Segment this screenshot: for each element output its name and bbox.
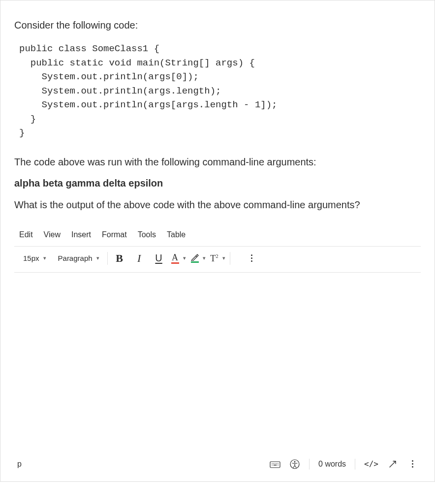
font-size-selector[interactable]: 15px ▾	[19, 253, 50, 263]
editor-content-area[interactable]	[14, 275, 421, 452]
menu-edit[interactable]: Edit	[19, 230, 33, 239]
toolbar-separator	[230, 252, 230, 265]
word-count[interactable]: 0 words	[318, 460, 346, 469]
italic-button[interactable]: I	[131, 251, 147, 266]
code-block: public class SomeClass1 { public static …	[14, 42, 421, 140]
bold-button[interactable]: B	[112, 251, 127, 266]
more-options-button[interactable]	[244, 251, 260, 266]
fullscreen-button[interactable]	[387, 459, 398, 470]
superscript-button[interactable]: T2 ▾	[210, 251, 226, 266]
superscript-exp: 2	[216, 253, 218, 259]
toolbar-separator	[107, 252, 108, 265]
highlight-color-swatch	[191, 261, 199, 263]
statusbar-separator	[355, 459, 355, 470]
chevron-down-icon: ▾	[183, 255, 186, 261]
text-color-letter: A	[172, 253, 178, 262]
element-path[interactable]: p	[17, 460, 22, 469]
accessibility-icon	[290, 459, 300, 469]
run-prefix: The code above was run with the followin…	[14, 155, 421, 169]
menu-format[interactable]: Format	[102, 230, 127, 239]
paragraph-label: Paragraph	[58, 254, 93, 262]
accessibility-button[interactable]	[289, 459, 300, 470]
menu-table[interactable]: Table	[167, 230, 186, 239]
paragraph-selector[interactable]: Paragraph ▾	[54, 253, 103, 263]
question-page: Consider the following code: public clas…	[0, 0, 435, 482]
editor-statusbar: p	[14, 452, 421, 472]
svg-point-10	[294, 461, 296, 463]
rich-text-editor: Edit View Insert Format Tools Table 15px…	[14, 226, 421, 472]
svg-point-7	[278, 465, 279, 466]
svg-point-4	[276, 463, 277, 464]
menu-view[interactable]: View	[44, 230, 61, 239]
more-vertical-icon	[410, 458, 415, 470]
keyboard-icon	[270, 460, 280, 468]
svg-point-2	[273, 463, 274, 464]
question-prompt: What is the output of the above code wit…	[14, 198, 421, 212]
svg-point-6	[272, 465, 273, 466]
svg-rect-0	[270, 462, 280, 468]
more-statusbar-button[interactable]	[407, 459, 418, 470]
html-view-button[interactable]: </>	[364, 459, 378, 469]
svg-point-3	[275, 463, 276, 464]
chevron-down-icon: ▾	[96, 255, 99, 261]
question-intro: Consider the following code:	[14, 18, 421, 32]
chevron-down-icon: ▾	[222, 255, 225, 261]
superscript-base: T	[210, 253, 216, 263]
highlight-color-button[interactable]: ▾	[190, 251, 206, 266]
editor-menubar: Edit View Insert Format Tools Table	[14, 226, 421, 247]
statusbar-separator	[309, 459, 310, 470]
menu-insert[interactable]: Insert	[71, 230, 91, 239]
more-vertical-icon	[249, 252, 254, 264]
text-color-swatch	[171, 262, 179, 264]
menu-tools[interactable]: Tools	[138, 230, 156, 239]
chevron-down-icon: ▾	[43, 255, 46, 261]
expand-icon	[388, 460, 397, 469]
keyboard-button[interactable]	[270, 459, 280, 470]
underline-button[interactable]: U	[151, 251, 167, 266]
svg-rect-8	[274, 465, 277, 466]
statusbar-right: 0 words </>	[270, 459, 418, 470]
question-block: Consider the following code: public clas…	[14, 0, 421, 212]
font-size-label: 15px	[23, 254, 39, 262]
svg-point-1	[272, 463, 273, 464]
highlighter-icon	[191, 254, 199, 261]
text-color-button[interactable]: A ▾	[171, 251, 186, 266]
editor-toolbar: 15px ▾ Paragraph ▾ B I U A ▾	[14, 247, 421, 273]
chevron-down-icon: ▾	[203, 255, 206, 261]
svg-point-5	[278, 463, 279, 464]
cli-arguments: alpha beta gamma delta epsilon	[14, 178, 421, 189]
